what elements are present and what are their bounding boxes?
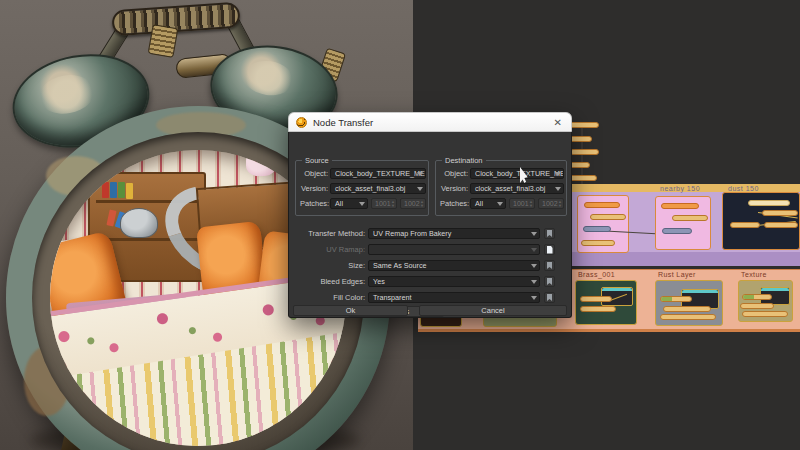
chevron-down-icon [417,172,423,176]
dialog-title: Node Transfer [313,117,552,128]
uv-ramap-label: UV Ramap: [295,245,365,254]
node-wire [582,125,583,193]
spinner-arrows-icon[interactable]: ▲▼ [529,200,533,208]
fill-color-label: Fill Color: [295,293,365,302]
graph-node[interactable] [672,215,708,221]
fill-color-dropdown[interactable]: Transparent [368,292,540,303]
object-label: Object: [440,169,468,178]
metal-pot [120,208,158,238]
spinner-arrows-icon[interactable]: ▲▼ [391,200,395,208]
graph-node[interactable] [661,203,699,209]
chevron-down-icon [497,202,503,206]
spinner-arrows-icon[interactable]: ▲▼ [558,200,562,208]
destination-patch-end-spinner[interactable]: 1002▲▼ [538,198,564,209]
group-label: Texture [741,271,767,278]
graph-node[interactable] [584,202,620,208]
source-object-dropdown[interactable]: Clock_body_TEXTURE_ME [330,168,426,179]
destination-version-dropdown[interactable]: clock_asset_final3.obj [470,183,564,194]
chevron-down-icon [417,187,423,191]
size-label: Size: [295,261,365,270]
graph-node[interactable] [730,222,760,228]
chevron-down-icon [555,187,561,191]
source-version-dropdown[interactable]: clock_asset_final3.obj [330,183,426,194]
cancel-button[interactable]: Cancel [419,305,567,316]
clock-winding-key-left [148,24,179,58]
graph-node[interactable] [660,314,716,320]
graph-node[interactable] [583,226,611,232]
book [110,182,117,198]
book [102,182,109,198]
patches-label: Patches: [300,199,328,208]
graph-node[interactable] [570,149,599,155]
graph-node[interactable] [663,306,711,312]
chevron-down-icon [531,296,537,300]
source-patches-dropdown[interactable]: All [330,198,368,209]
node-transfer-dialog: Node Transfer ✕ Source Object: Clock_bod… [288,112,572,318]
graph-node[interactable] [762,210,798,216]
app-logo-icon [296,117,307,128]
source-legend: Source [302,156,332,165]
patches-label: Patches: [440,199,468,208]
app-window: nearby 150 dust 150 Brass_001 Rust Layer… [0,0,800,450]
book [118,182,125,198]
graph-node[interactable] [764,222,798,228]
group-label: Rust Layer [658,271,696,278]
graph-node[interactable] [590,214,626,220]
size-dropdown[interactable]: Same As Source [368,260,540,271]
reset-icon[interactable] [544,292,555,303]
chevron-down-icon [531,248,537,252]
destination-object-dropdown[interactable]: Clock_body_TEXTURE_ME [470,168,564,179]
version-label: Version: [300,184,328,193]
bell-highlight [241,58,295,99]
graph-node[interactable] [569,122,599,128]
graph-node[interactable] [742,294,772,300]
graph-node[interactable] [580,306,616,312]
graph-node[interactable] [748,200,790,206]
bleed-edges-dropdown[interactable]: Yes [368,276,540,287]
chevron-down-icon [531,264,537,268]
chevron-down-icon [531,232,537,236]
transfer-method-label: Transfer Method: [295,229,365,238]
file-icon[interactable] [544,244,555,255]
destination-patch-start-spinner[interactable]: 1001▲▼ [509,198,535,209]
uv-ramap-dropdown [368,244,540,255]
version-label: Version: [440,184,468,193]
backdrop-label: nearby 150 [660,185,700,192]
bell-highlight [36,71,98,118]
destination-legend: Destination [442,156,486,165]
ok-button[interactable]: Ok [293,305,408,316]
source-patch-end-spinner[interactable]: 1002▲▼ [400,198,426,209]
chevron-down-icon [359,202,365,206]
source-patch-start-spinner[interactable]: 1001▲▼ [371,198,397,209]
book [126,183,133,199]
dialog-body: Source Object: Clock_body_TEXTURE_ME Ver… [288,132,572,318]
destination-patches-dropdown[interactable]: All [470,198,506,209]
graph-node[interactable] [580,296,612,302]
group-label: Brass_001 [578,271,615,278]
chevron-down-icon [531,280,537,284]
chevron-down-icon [555,172,561,176]
graph-node[interactable] [581,240,615,246]
reset-icon[interactable] [544,276,555,287]
transfer-method-dropdown[interactable]: UV Remap From Bakery [368,228,540,239]
spinner-arrows-icon[interactable]: ▲▼ [420,200,424,208]
object-label: Object: [300,169,328,178]
bleed-edges-label: Bleed Edges: [295,277,365,286]
graph-node[interactable] [660,296,692,302]
graph-node[interactable] [742,311,788,317]
reset-icon[interactable] [544,260,555,271]
dialog-titlebar[interactable]: Node Transfer ✕ [288,112,572,132]
graph-node[interactable] [740,303,774,309]
graph-node[interactable] [662,228,692,234]
reset-icon[interactable] [544,228,555,239]
close-icon[interactable]: ✕ [552,117,564,128]
destination-group: Destination Object: Clock_body_TEXTURE_M… [435,160,567,216]
source-group: Source Object: Clock_body_TEXTURE_ME Ver… [295,160,429,216]
backdrop-lavender-footer [570,252,800,266]
backdrop-label: dust 150 [728,185,759,192]
